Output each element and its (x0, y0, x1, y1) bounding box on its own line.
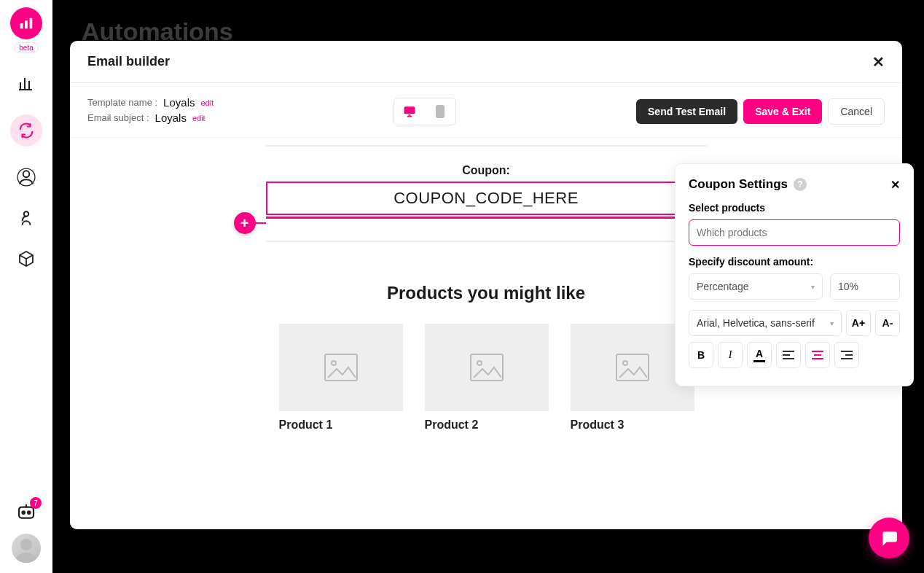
coupon-settings-panel: Coupon Settings ? ✕ Select products Spec… (675, 163, 914, 386)
align-right-button[interactable] (834, 342, 859, 368)
svg-point-12 (23, 511, 26, 514)
add-block-handle[interactable]: + (234, 212, 256, 234)
chat-launcher-fab[interactable] (869, 518, 909, 558)
close-icon[interactable]: ✕ (872, 53, 885, 71)
chatbot-shortcut[interactable]: 7 (15, 502, 37, 523)
edit-email-subject[interactable]: edit (192, 114, 205, 122)
svg-point-15 (20, 539, 32, 550)
svg-point-7 (23, 171, 30, 177)
font-size-decrease-button[interactable]: A- (875, 310, 900, 336)
user-avatar[interactable] (12, 534, 41, 563)
modal-actions: Send Test Email Save & Exit Cancel (636, 98, 885, 125)
template-meta: Template name : Loyals edit Email subjec… (87, 96, 214, 127)
svg-point-16 (16, 553, 36, 563)
svg-rect-20 (436, 105, 445, 118)
template-name-label: Template name : (87, 97, 157, 108)
edit-template-name[interactable]: edit (200, 98, 214, 107)
italic-button[interactable]: I (718, 342, 743, 368)
svg-rect-18 (408, 114, 410, 116)
image-placeholder-icon (279, 324, 403, 411)
discount-type-select[interactable]: Percentage ▾ (689, 273, 823, 300)
select-products-label: Select products (689, 202, 900, 214)
nav-support[interactable] (16, 208, 36, 228)
chevron-down-icon: ▾ (811, 283, 815, 291)
divider (266, 241, 707, 242)
image-placeholder-icon (425, 324, 549, 411)
chatbot-notification-count: 7 (30, 497, 42, 509)
svg-rect-19 (407, 116, 412, 117)
align-center-button[interactable] (805, 342, 830, 368)
font-size-increase-button[interactable]: A+ (846, 310, 871, 336)
product-card[interactable]: Product 2 (425, 324, 549, 432)
nav-customers[interactable] (16, 167, 36, 187)
discount-type-value: Percentage (697, 281, 749, 292)
modal-header: Email builder ✕ (70, 41, 902, 83)
send-test-button[interactable]: Send Test Email (636, 99, 737, 124)
cancel-button[interactable]: Cancel (828, 98, 885, 125)
text-color-button[interactable]: A (747, 342, 772, 368)
panel-title: Coupon Settings (689, 177, 788, 192)
coupon-label: Coupon: (266, 164, 707, 177)
email-body: Coupon: COUPON_CODE_HERE + Products you … (266, 145, 707, 432)
mobile-preview-button[interactable] (425, 98, 455, 125)
svg-point-28 (477, 361, 482, 365)
svg-rect-2 (30, 18, 33, 29)
modal-title: Email builder (87, 54, 170, 69)
app-logo[interactable] (10, 7, 42, 39)
svg-rect-1 (25, 20, 28, 28)
products-section-title: Products you might like (266, 283, 707, 303)
color-swatch (753, 360, 765, 362)
svg-point-13 (28, 511, 31, 514)
product-name: Product 3 (571, 418, 694, 432)
template-name-value: Loyals (163, 96, 195, 109)
svg-point-26 (332, 361, 336, 365)
email-subject-label: Email subject : (87, 112, 149, 123)
svg-rect-17 (404, 106, 415, 114)
coupon-block[interactable]: COUPON_CODE_HERE (266, 182, 707, 215)
svg-point-30 (623, 361, 627, 365)
help-icon[interactable]: ? (794, 178, 807, 191)
coupon-selection-underline (266, 217, 707, 219)
chevron-down-icon: ▾ (830, 319, 834, 327)
align-left-button[interactable] (776, 342, 801, 368)
modal-toolbar: Template name : Loyals edit Email subjec… (70, 83, 902, 138)
svg-rect-0 (20, 23, 23, 28)
bold-button[interactable]: B (689, 342, 713, 368)
product-card[interactable]: Product 1 (279, 324, 403, 432)
device-preview-toggle (394, 98, 456, 125)
save-exit-button[interactable]: Save & Exit (743, 99, 822, 124)
beta-badge: beta (14, 42, 38, 53)
desktop-preview-button[interactable] (394, 98, 425, 125)
font-family-select[interactable]: Arial, Helvetica, sans-serif ▾ (689, 310, 842, 336)
nav-automations[interactable] (10, 114, 42, 147)
nav-analytics[interactable] (16, 74, 36, 94)
discount-amount-label: Specify discount amount: (689, 256, 900, 268)
select-products-input[interactable] (689, 219, 900, 246)
email-subject-value: Loyals (155, 112, 187, 124)
nav-products[interactable] (16, 249, 36, 269)
product-name: Product 1 (279, 418, 403, 432)
discount-value-input[interactable]: 10% (830, 273, 900, 300)
divider (266, 145, 707, 147)
product-recommendations: Product 1 Product 2 Product 3 (266, 324, 707, 432)
panel-close-icon[interactable]: ✕ (890, 178, 900, 192)
product-name: Product 2 (425, 418, 549, 432)
svg-rect-11 (19, 507, 34, 518)
app-sidebar: beta 7 (0, 0, 52, 573)
